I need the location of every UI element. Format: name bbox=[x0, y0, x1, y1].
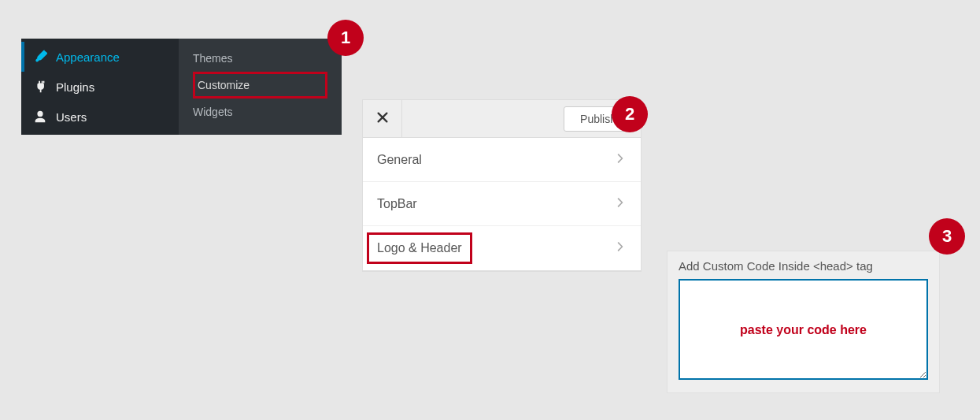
flyout-item-widgets[interactable]: Widgets bbox=[179, 98, 342, 125]
menu-item-appearance[interactable]: Appearance bbox=[21, 42, 179, 72]
customizer-row-logo-header[interactable]: Logo & Header bbox=[363, 226, 641, 270]
menu-item-users[interactable]: Users bbox=[21, 102, 179, 132]
row-label: TopBar bbox=[377, 197, 614, 211]
menu-label: Users bbox=[56, 110, 87, 124]
row-label: Logo & Header bbox=[377, 241, 462, 255]
customizer-row-general[interactable]: General bbox=[363, 138, 641, 182]
flyout-item-customize[interactable]: Customize bbox=[193, 72, 327, 98]
customizer-header: Publish bbox=[363, 100, 641, 138]
custom-code-panel: Add Custom Code Inside <head> tag bbox=[667, 251, 940, 393]
close-icon bbox=[375, 110, 390, 128]
chevron-right-icon bbox=[614, 240, 627, 256]
customizer-panel: Publish General TopBar Logo & Header bbox=[362, 99, 642, 271]
step-badge-1: 1 bbox=[327, 20, 364, 56]
chevron-right-icon bbox=[614, 196, 627, 212]
paintbrush-icon bbox=[32, 49, 48, 65]
menu-item-plugins[interactable]: Plugins bbox=[21, 72, 179, 102]
wp-admin-sidebar: Appearance Plugins Users Themes Customiz… bbox=[21, 39, 342, 135]
step-badge-2: 2 bbox=[612, 96, 648, 132]
row-label: General bbox=[377, 153, 614, 167]
menu-label: Appearance bbox=[56, 50, 120, 64]
step-badge-3: 3 bbox=[929, 218, 965, 255]
row-highlight-wrap: Logo & Header bbox=[369, 235, 470, 262]
chevron-right-icon bbox=[614, 152, 627, 168]
custom-code-title: Add Custom Code Inside <head> tag bbox=[679, 259, 928, 273]
custom-code-textarea[interactable] bbox=[679, 279, 928, 380]
user-icon bbox=[32, 109, 48, 125]
menu-label: Plugins bbox=[56, 80, 94, 94]
flyout-item-themes[interactable]: Themes bbox=[179, 45, 342, 72]
plug-icon bbox=[32, 79, 48, 95]
wp-admin-main-menu: Appearance Plugins Users bbox=[21, 39, 179, 135]
wp-admin-flyout: Themes Customize Widgets bbox=[179, 39, 342, 135]
close-button[interactable] bbox=[363, 100, 402, 138]
customizer-row-topbar[interactable]: TopBar bbox=[363, 182, 641, 226]
